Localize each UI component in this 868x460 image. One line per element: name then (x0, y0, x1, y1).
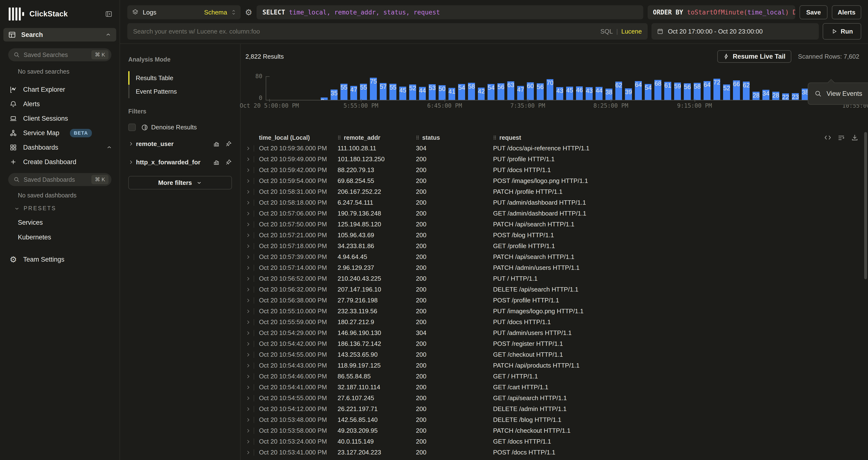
table-row[interactable]: Oct 20 10:57:21.000 PM105.96.43.69200POS… (245, 230, 868, 240)
table-row[interactable]: Oct 20 10:54:43.000 PM118.99.197.125200P… (245, 360, 868, 371)
row-expand-chevron-icon[interactable] (245, 265, 259, 271)
histogram-bar[interactable]: 45 (566, 87, 573, 100)
histogram-bar[interactable]: 64 (635, 81, 642, 100)
row-expand-chevron-icon[interactable] (245, 178, 259, 184)
table-row[interactable]: Oct 20 10:55:10.000 PM232.33.119.56200PU… (245, 306, 868, 317)
filter-field-remote-user[interactable]: remote_user (128, 138, 232, 149)
histogram-bar[interactable]: 35 (331, 90, 338, 100)
table-row[interactable]: Oct 20 10:55:59.000 PM180.27.212.9200PUT… (245, 317, 868, 327)
table-row[interactable]: Oct 20 10:59:54.000 PM69.68.254.55200POS… (245, 175, 868, 186)
code-view-icon[interactable] (824, 134, 831, 141)
table-row[interactable]: Oct 20 10:54:42.000 PM186.136.72.142200P… (245, 338, 868, 349)
row-expand-chevron-icon[interactable] (245, 286, 259, 293)
histogram-bar[interactable]: 42 (478, 88, 485, 100)
sidebar-item-chart-explorer[interactable]: Chart Explorer (0, 82, 120, 97)
histogram-bar[interactable]: 56 (537, 83, 544, 100)
histogram-bar[interactable]: 43 (586, 87, 593, 100)
row-expand-chevron-icon[interactable] (245, 438, 259, 445)
row-expand-chevron-icon[interactable] (245, 417, 259, 423)
histogram-bar[interactable]: 66 (733, 80, 740, 100)
table-row[interactable]: Oct 20 10:59:42.000 PM88.220.79.13200PUT… (245, 165, 868, 175)
table-row[interactable]: Oct 20 10:58:31.000 PM206.167.252.22200P… (245, 186, 868, 197)
source-selector[interactable]: Logs Schema (127, 5, 241, 19)
schema-link[interactable]: Schema (204, 9, 227, 16)
histogram-bar[interactable]: 52 (723, 84, 730, 100)
more-filters-button[interactable]: More filters (128, 176, 232, 190)
table-row[interactable]: Oct 20 10:53:41.000 PM23.127.204.223200P… (245, 447, 868, 458)
select-query-box[interactable]: SELECT time_local, remote_addr, status, … (256, 5, 643, 19)
histogram-bar[interactable]: 23 (792, 93, 799, 100)
row-expand-chevron-icon[interactable] (245, 341, 259, 347)
histogram-bar[interactable]: 64 (704, 81, 711, 100)
histogram-bar[interactable]: 34 (763, 90, 769, 100)
row-expand-chevron-icon[interactable] (245, 308, 259, 314)
table-row[interactable]: Oct 20 10:53:24.000 PM40.0.115.149200GET… (245, 436, 868, 447)
filter-field-http-x-forwarded-for[interactable]: http_x_forwarded_for (128, 156, 232, 168)
histogram-bar[interactable]: 58 (694, 83, 701, 100)
table-row[interactable]: Oct 20 10:57:14.000 PM2.96.129.237200PAT… (245, 262, 868, 273)
orderby-box[interactable]: ORDER BY toStartOfMinute(time_local) D (648, 5, 795, 19)
row-expand-chevron-icon[interactable] (245, 254, 259, 260)
saved-searches-box[interactable]: ⌘ K (8, 48, 112, 61)
event-search-box[interactable]: SQL | Lucene (127, 23, 648, 39)
column-header-remote-addr[interactable]: remote_addr (338, 134, 416, 141)
histogram-bar[interactable]: 62 (743, 82, 750, 100)
histogram-bar[interactable]: 55 (360, 84, 367, 100)
alerts-button[interactable]: Alerts (832, 5, 861, 19)
row-expand-chevron-icon[interactable] (245, 232, 259, 238)
preset-item-services[interactable]: Services (18, 219, 120, 226)
histogram-bar[interactable]: 54 (458, 84, 465, 100)
row-expand-chevron-icon[interactable] (245, 373, 259, 380)
sidebar-item-dashboards[interactable]: Dashboards (0, 140, 120, 155)
table-row[interactable]: Oct 20 10:54:29.000 PM146.96.190.130304P… (245, 327, 868, 338)
preset-item-kubernetes[interactable]: Kubernetes (18, 234, 120, 241)
chevron-up-icon[interactable] (105, 32, 112, 38)
table-row[interactable]: Oct 20 10:57:18.000 PM34.233.81.86200GET… (245, 240, 868, 252)
histogram-bar[interactable]: 38 (606, 89, 613, 100)
column-header-status[interactable]: status (416, 134, 493, 141)
histogram-bar[interactable]: 22 (782, 93, 789, 100)
drag-handle-icon[interactable] (338, 135, 341, 140)
row-density-icon[interactable] (838, 134, 845, 141)
saved-dashboards-box[interactable]: ⌘ K (8, 173, 112, 186)
histogram-bar[interactable]: 62 (615, 82, 622, 100)
row-expand-chevron-icon[interactable] (245, 276, 259, 282)
histogram-bar[interactable]: 72 (713, 79, 720, 100)
histogram-bar[interactable]: 63 (507, 81, 514, 100)
histogram-bar[interactable]: 56 (497, 83, 504, 100)
histogram-bar[interactable]: 28 (752, 92, 760, 100)
row-expand-chevron-icon[interactable] (245, 384, 259, 391)
row-expand-chevron-icon[interactable] (245, 406, 259, 412)
row-expand-chevron-icon[interactable] (245, 156, 259, 163)
sidebar-collapse-icon[interactable] (105, 10, 112, 18)
histogram-bar[interactable]: 61 (664, 82, 671, 100)
field-chart-icon[interactable] (213, 140, 220, 147)
row-expand-chevron-icon[interactable] (245, 200, 259, 206)
table-row[interactable]: Oct 20 10:57:39.000 PM4.94.64.45200PATCH… (245, 252, 868, 262)
histogram-bar[interactable]: 44 (419, 87, 426, 100)
team-settings-item[interactable]: ⚙ Team Settings (0, 252, 120, 267)
presets-section-header[interactable]: PRESETS (14, 205, 120, 212)
drag-handle-icon[interactable] (416, 135, 419, 140)
row-expand-chevron-icon[interactable] (245, 221, 259, 228)
drag-handle-icon[interactable] (493, 135, 496, 140)
run-button[interactable]: Run (823, 23, 861, 39)
histogram-bar[interactable]: 41 (448, 88, 456, 100)
row-expand-chevron-icon[interactable] (245, 330, 259, 336)
lang-sql-toggle[interactable]: SQL (600, 28, 613, 35)
row-expand-chevron-icon[interactable] (245, 352, 259, 358)
histogram-bar[interactable]: 58 (468, 83, 475, 100)
date-range-picker[interactable]: Oct 20 17:00:00 - Oct 20 23:00:00 (651, 23, 819, 39)
row-expand-chevron-icon[interactable] (245, 145, 259, 151)
table-row[interactable]: Oct 20 10:56:32.000 PM207.147.196.10200D… (245, 284, 868, 295)
histogram-bar[interactable]: 44 (595, 87, 602, 100)
saved-searches-input[interactable] (24, 51, 88, 58)
histogram-bar[interactable]: 53 (429, 84, 436, 100)
column-header-request[interactable]: request (493, 134, 858, 141)
table-row[interactable]: Oct 20 10:54:41.000 PM32.187.110.114200G… (245, 382, 868, 393)
table-row[interactable]: Oct 20 10:53:48.000 PM142.56.85.140200DE… (245, 414, 868, 425)
histogram-bar[interactable]: 47 (350, 86, 357, 100)
histogram-bar[interactable]: 60 (527, 82, 534, 100)
row-expand-chevron-icon[interactable] (245, 395, 259, 401)
histogram-bar[interactable]: 39 (625, 88, 632, 100)
